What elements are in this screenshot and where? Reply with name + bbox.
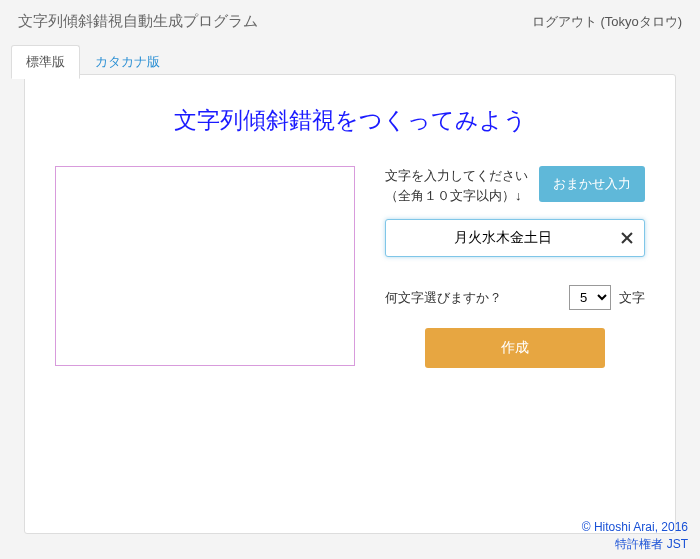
main-card: 文字列傾斜錯視をつくってみよう 文字を入力してください （全角１０文字以内）↓ … (24, 74, 676, 534)
instruction-line2: （全角１０文字以内）↓ (385, 188, 522, 203)
characters-input[interactable] (385, 219, 645, 257)
count-controls: 5 文字 (569, 285, 645, 310)
page-heading: 文字列傾斜錯視をつくってみよう (55, 105, 645, 136)
tab-standard[interactable]: 標準版 (11, 45, 80, 79)
main-card-wrapper: 標準版 カタカナ版 文字列傾斜錯視をつくってみよう 文字を入力してください （全… (12, 74, 688, 534)
footer: © Hitoshi Arai, 2016 特許権者 JST (582, 519, 688, 553)
app-header: 文字列傾斜錯視自動生成プログラム ログアウト (Tokyoタロウ) (0, 0, 700, 39)
footer-patent: 特許権者 JST (582, 536, 688, 553)
preview-canvas (55, 166, 355, 366)
app-title: 文字列傾斜錯視自動生成プログラム (18, 12, 258, 31)
controls-column: 文字を入力してください （全角１０文字以内）↓ おまかせ入力 何文字選びますか？ (385, 166, 645, 368)
footer-copyright: © Hitoshi Arai, 2016 (582, 519, 688, 536)
count-question: 何文字選びますか？ (385, 289, 502, 307)
auto-fill-button[interactable]: おまかせ入力 (539, 166, 645, 202)
create-button[interactable]: 作成 (425, 328, 605, 368)
content-row: 文字を入力してください （全角１０文字以内）↓ おまかせ入力 何文字選びますか？ (55, 166, 645, 368)
count-row: 何文字選びますか？ 5 文字 (385, 285, 645, 310)
text-input-wrapper (385, 219, 645, 257)
count-select[interactable]: 5 (569, 285, 611, 310)
clear-input-icon[interactable] (619, 230, 635, 246)
instruction-row: 文字を入力してください （全角１０文字以内）↓ おまかせ入力 (385, 166, 645, 205)
card-content: 文字列傾斜錯視をつくってみよう 文字を入力してください （全角１０文字以内）↓ … (25, 75, 675, 388)
logout-link[interactable]: ログアウト (Tokyoタロウ) (532, 13, 682, 31)
instruction-text: 文字を入力してください （全角１０文字以内）↓ (385, 166, 528, 205)
instruction-line1: 文字を入力してください (385, 168, 528, 183)
count-unit: 文字 (619, 289, 645, 307)
